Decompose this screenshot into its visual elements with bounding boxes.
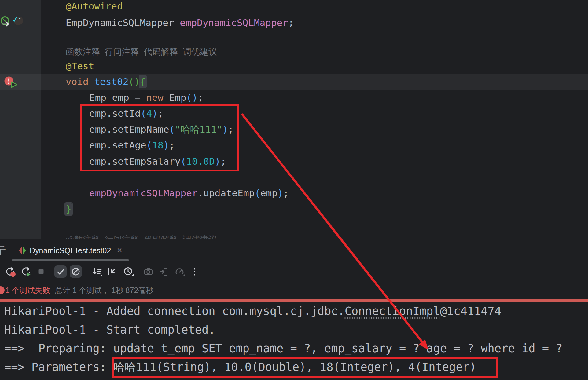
- token: 函数注释 行间注释 代码解释 调优建议: [66, 235, 217, 239]
- token: (: [146, 140, 152, 151]
- token: (: [141, 108, 146, 119]
- token: .: [198, 188, 204, 199]
- rerun-tests-icon[interactable]: [4, 266, 16, 277]
- more-options-icon[interactable]: [189, 266, 200, 277]
- token: void: [66, 76, 94, 87]
- token: ;: [169, 140, 175, 151]
- test-results-panel: 亍 DynamicSQLTest.test02 ×: [0, 239, 588, 380]
- token: 18: [152, 140, 163, 151]
- token: Emp emp =: [89, 92, 146, 103]
- tab-title: DynamicSQLTest.test02: [30, 239, 111, 262]
- test-failed-badge-icon: [0, 286, 5, 294]
- screenshot-icon[interactable]: [142, 266, 154, 277]
- method-link[interactable]: updateEmp: [203, 188, 255, 199]
- panel-tab-bar: 亍 DynamicSQLTest.test02 ×: [0, 239, 588, 262]
- token: ;: [198, 92, 204, 103]
- code-line-set-salary: emp.setEmpSalary(10.0D);: [89, 153, 226, 170]
- token: HikariPool-1 - Start completed.: [4, 323, 215, 336]
- token: Emp: [164, 92, 186, 103]
- toolwindow-stripe-icon[interactable]: 亍: [0, 239, 6, 262]
- method-separator-next: [41, 232, 588, 232]
- show-ignored-icon[interactable]: [70, 265, 82, 278]
- rerun-failed-tests-icon[interactable]: [20, 266, 32, 277]
- toolbar-divider: [138, 268, 138, 276]
- token: test02: [94, 76, 128, 87]
- token: ): [277, 188, 283, 199]
- code-line-field-decl: EmpDynamicSQLMapper empDynamicSQLMapper;: [66, 15, 294, 31]
- token: 10.0D: [186, 156, 215, 167]
- test-failed-icon[interactable]: [4, 76, 19, 90]
- token: @Test: [66, 60, 94, 71]
- token: emp: [260, 188, 277, 199]
- code-line-update-call: empDynamicSQLMapper.updateEmp(emp);: [89, 185, 289, 201]
- ai-actions-hint: 函数注释 行间注释 代码解释 调优建议: [66, 45, 217, 59]
- editor-gutter: [0, 0, 41, 239]
- token: ;: [288, 17, 294, 28]
- token: @1c411474: [440, 305, 501, 318]
- stop-icon[interactable]: [35, 266, 47, 277]
- indent-guide: [67, 91, 67, 200]
- run-console[interactable]: HikariPool-1 - Added connection com.mysq…: [4, 302, 588, 376]
- token: (): [186, 92, 197, 103]
- code-line-set-age: emp.setAge(18);: [89, 137, 175, 153]
- token: (: [181, 156, 186, 167]
- code-line-autowired: @Autowired: [66, 0, 123, 14]
- token: empDynamicSQLMapper: [89, 188, 198, 199]
- console-line-start-completed: HikariPool-1 - Start completed.: [4, 320, 588, 339]
- token: ;: [283, 188, 289, 199]
- code-editor[interactable]: @AutowiredEmpDynamicSQLMapper empDynamic…: [0, 0, 588, 239]
- token: (: [169, 124, 175, 135]
- token: emp.setEmpSalary: [89, 156, 181, 167]
- collapse-icon[interactable]: [106, 266, 118, 277]
- toolbar-divider: [50, 268, 50, 276]
- token: emp.setId: [89, 108, 141, 119]
- test-status-row: 1 个测试失败 总计 1 个测试， 1秒 872毫秒: [0, 281, 588, 299]
- ide-window: @AutowiredEmpDynamicSQLMapper empDynamic…: [0, 0, 588, 380]
- token: emp.setAge: [89, 140, 146, 151]
- tab-close-icon[interactable]: ×: [117, 239, 122, 262]
- ai-actions-hint-next: 函数注释 行间注释 代码解释 调优建议: [66, 233, 217, 239]
- code-line-test-annotation: @Test: [66, 58, 94, 74]
- token: new: [146, 92, 164, 103]
- token: EmpDynamicSQLMapper: [66, 17, 180, 28]
- token: 4: [146, 108, 152, 119]
- show-passed-icon[interactable]: [54, 265, 67, 278]
- token: ;: [228, 124, 234, 135]
- test-history-icon[interactable]: [122, 266, 134, 277]
- toolbar-divider: [86, 268, 86, 276]
- token: "哈哈111": [175, 124, 222, 135]
- token: ==> Preparing: update t_emp SET emp_name…: [4, 342, 563, 355]
- token: HikariPool-1 - Added connection com.mysq…: [4, 305, 345, 318]
- token: emp.setEmpName: [89, 124, 169, 135]
- code-line-new-emp: Emp emp = new Emp();: [89, 90, 203, 106]
- ai-whale-icon[interactable]: [11, 14, 25, 28]
- console-line-parameters: ==> Parameters: 哈哈111(String), 10.0(Doub…: [4, 358, 588, 376]
- token: 函数注释 行间注释 代码解释 调优建议: [66, 47, 217, 57]
- junit-test-icon: [18, 247, 27, 254]
- token: ): [215, 156, 221, 167]
- code-line-method-signature: void test02(){: [66, 74, 145, 90]
- token: (: [255, 188, 260, 199]
- token: {: [140, 76, 146, 87]
- run-config-icon[interactable]: [0, 16, 11, 27]
- token: ): [164, 140, 169, 151]
- test-summary-label: 总计 1 个测试， 1秒 872毫秒: [55, 281, 153, 299]
- token: ): [222, 124, 228, 135]
- coverage-icon[interactable]: [174, 266, 185, 277]
- sort-icon[interactable]: [91, 266, 103, 277]
- test-failed-label: 1 个测试失败: [6, 281, 50, 299]
- code-line-set-id: emp.setId(4);: [89, 105, 164, 122]
- token: ==> Parameters: 哈哈111(String), 10.0(Doub…: [4, 360, 476, 374]
- token: @Autowired: [66, 1, 123, 12]
- token: }: [66, 203, 72, 214]
- test-toolbar: [0, 262, 588, 281]
- console-link[interactable]: ConnectionImpl: [345, 305, 440, 318]
- token: ;: [158, 108, 164, 119]
- token: ): [152, 108, 158, 119]
- code-line-close-brace: }: [66, 201, 72, 217]
- token: (): [128, 76, 140, 87]
- console-line-preparing: ==> Preparing: update t_emp SET emp_name…: [4, 339, 588, 358]
- tab-scroll-thumb[interactable]: [12, 259, 129, 261]
- code-line-set-empname: emp.setEmpName("哈哈111");: [89, 121, 234, 137]
- import-tests-icon[interactable]: [158, 266, 169, 277]
